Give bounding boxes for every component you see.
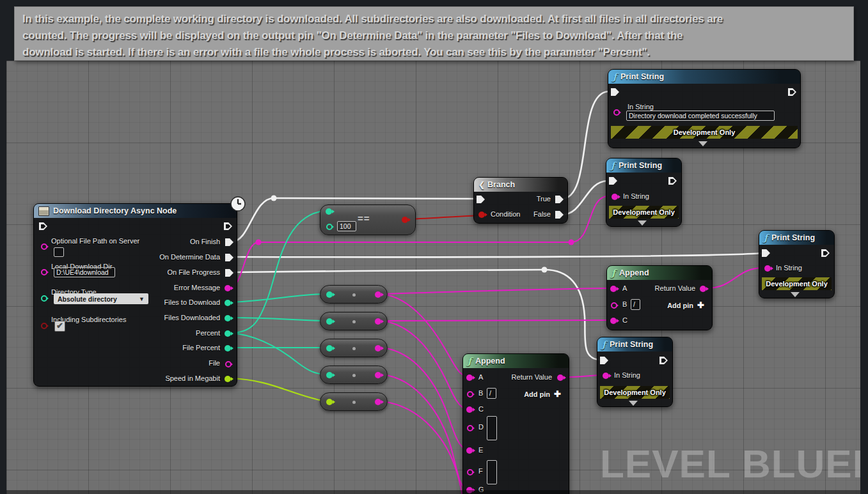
return-value-pin[interactable] bbox=[700, 286, 706, 292]
conv-out-pin[interactable] bbox=[375, 399, 381, 405]
exec-out-pin[interactable] bbox=[225, 238, 233, 246]
node-header[interactable]: ƒ Print String bbox=[759, 231, 834, 245]
condition-pin[interactable] bbox=[478, 212, 485, 218]
print-string-node-2[interactable]: ƒ Print String In String Development Onl… bbox=[606, 158, 682, 227]
in-string-pin[interactable] bbox=[612, 194, 618, 200]
subdirectories-checkbox[interactable] bbox=[54, 321, 65, 332]
exec-out-pin[interactable] bbox=[225, 269, 233, 277]
exec-in-pin[interactable] bbox=[600, 357, 608, 364]
exec-in-pin[interactable] bbox=[609, 177, 617, 185]
add-pin-button[interactable]: Add pin✚ bbox=[667, 300, 704, 310]
string-input-pin[interactable] bbox=[41, 269, 47, 275]
exec-in-pin[interactable] bbox=[39, 222, 47, 230]
node-header[interactable]: ƒ Print String bbox=[608, 70, 800, 84]
append-d-field[interactable] bbox=[487, 416, 497, 440]
string-input-pin[interactable] bbox=[41, 243, 47, 250]
download-dir-field[interactable]: D:\UE4\download bbox=[54, 267, 115, 277]
to-text-conversion-node[interactable] bbox=[320, 392, 388, 411]
int-output-pin[interactable] bbox=[225, 330, 231, 337]
conv-in-pin[interactable] bbox=[326, 345, 333, 351]
append-node-2[interactable]: ƒ Append A B / C D E F G Return Value Ad… bbox=[462, 353, 569, 494]
pin-label: B bbox=[478, 389, 483, 397]
node-expander[interactable] bbox=[638, 220, 647, 226]
append-e-pin[interactable] bbox=[466, 447, 473, 454]
exec-in-pin[interactable] bbox=[611, 88, 619, 96]
compare-input-a-pin[interactable] bbox=[326, 208, 332, 215]
print-string-node-4[interactable]: ƒ Print String In String Development Onl… bbox=[597, 337, 673, 407]
in-string-pin[interactable] bbox=[613, 109, 620, 116]
node-header[interactable]: ❮ Branch bbox=[474, 178, 567, 192]
to-text-conversion-node[interactable] bbox=[320, 285, 388, 304]
conv-in-pin[interactable] bbox=[326, 372, 333, 378]
append-b-pin[interactable] bbox=[467, 391, 473, 398]
append-b-pin[interactable] bbox=[611, 302, 617, 309]
exec-out-pin[interactable] bbox=[821, 249, 830, 257]
node-header[interactable]: ƒ Print String bbox=[597, 337, 672, 351]
download-directory-async-node[interactable]: Download Directory Async Node Optional F… bbox=[33, 203, 237, 387]
node-expander[interactable] bbox=[629, 401, 638, 406]
append-b-field[interactable]: / bbox=[487, 388, 496, 399]
file-path-field[interactable] bbox=[54, 247, 64, 257]
append-a-pin[interactable] bbox=[610, 286, 617, 292]
pin-label: Condition bbox=[491, 210, 520, 218]
string-output-pin[interactable] bbox=[225, 361, 232, 367]
compare-value-field[interactable]: 100 bbox=[337, 221, 356, 231]
node-expander[interactable] bbox=[698, 141, 707, 146]
equals-node[interactable]: 100 == bbox=[320, 205, 416, 235]
append-c-pin[interactable] bbox=[466, 406, 473, 413]
print-string-node-1[interactable]: ƒ Print String In String Directory downl… bbox=[608, 69, 801, 148]
to-text-conversion-node[interactable] bbox=[320, 339, 388, 357]
to-text-conversion-node[interactable] bbox=[320, 366, 388, 384]
print-string-node-3[interactable]: ƒ Print String In String Development Onl… bbox=[759, 230, 835, 298]
conv-in-pin[interactable] bbox=[326, 318, 333, 325]
in-string-field[interactable]: Directory download completed successfull… bbox=[626, 111, 775, 121]
string-output-pin[interactable] bbox=[225, 285, 231, 291]
exec-out-pin[interactable] bbox=[668, 177, 677, 185]
int-output-pin[interactable] bbox=[225, 300, 231, 306]
exec-false-pin[interactable] bbox=[555, 211, 564, 219]
append-f-field[interactable] bbox=[487, 460, 497, 484]
append-a-pin[interactable] bbox=[466, 374, 473, 381]
conv-out-pin[interactable] bbox=[375, 318, 381, 325]
append-b-field[interactable]: / bbox=[631, 299, 640, 310]
return-value-pin[interactable] bbox=[557, 374, 564, 381]
node-expander[interactable] bbox=[791, 292, 800, 297]
exec-true-pin[interactable] bbox=[555, 196, 564, 203]
branch-node[interactable]: ❮ Branch Condition True False bbox=[473, 177, 568, 224]
exec-in-pin[interactable] bbox=[762, 249, 770, 257]
exec-out-pin[interactable] bbox=[224, 222, 232, 230]
exec-out-pin[interactable] bbox=[659, 357, 668, 364]
conv-out-pin[interactable] bbox=[375, 345, 381, 351]
compare-result-pin[interactable] bbox=[402, 217, 408, 223]
node-header[interactable]: ƒ Append bbox=[607, 266, 712, 280]
enum-input-pin[interactable] bbox=[41, 295, 47, 302]
node-header[interactable]: Download Directory Async Node bbox=[34, 204, 237, 218]
in-string-pin[interactable] bbox=[603, 373, 609, 379]
conv-out-pin[interactable] bbox=[375, 372, 381, 378]
int-output-pin[interactable] bbox=[225, 315, 231, 321]
append-d-pin[interactable] bbox=[467, 425, 473, 431]
exec-out-pin[interactable] bbox=[788, 88, 796, 96]
conv-in-pin[interactable] bbox=[326, 399, 333, 405]
conv-in-pin[interactable] bbox=[326, 291, 333, 298]
in-string-pin[interactable] bbox=[764, 265, 771, 272]
float-output-pin[interactable] bbox=[225, 376, 231, 382]
comment-node-title[interactable]: In this example, the complete working di… bbox=[14, 6, 854, 61]
append-f-pin[interactable] bbox=[467, 469, 473, 475]
function-icon: ƒ bbox=[764, 233, 768, 242]
add-pin-button[interactable]: Add pin✚ bbox=[524, 389, 561, 399]
compare-input-b-pin[interactable] bbox=[326, 224, 333, 230]
append-node-1[interactable]: ƒ Append A B / C Return Value Add pin✚ bbox=[606, 265, 713, 330]
conv-out-pin[interactable] bbox=[375, 291, 381, 298]
node-header[interactable]: ƒ Print String bbox=[606, 158, 681, 173]
to-text-conversion-node[interactable] bbox=[320, 312, 388, 330]
exec-out-pin[interactable] bbox=[225, 254, 233, 261]
pin-label: File Percent bbox=[182, 344, 220, 351]
int-output-pin[interactable] bbox=[225, 345, 231, 351]
directory-type-dropdown[interactable]: Absolute directory ▼ bbox=[54, 293, 148, 304]
pin-label: Percent bbox=[196, 329, 220, 337]
bool-input-pin[interactable] bbox=[41, 323, 47, 329]
exec-in-pin[interactable] bbox=[477, 196, 485, 203]
node-header[interactable]: ƒ Append bbox=[463, 354, 569, 368]
append-c-pin[interactable] bbox=[610, 318, 617, 324]
